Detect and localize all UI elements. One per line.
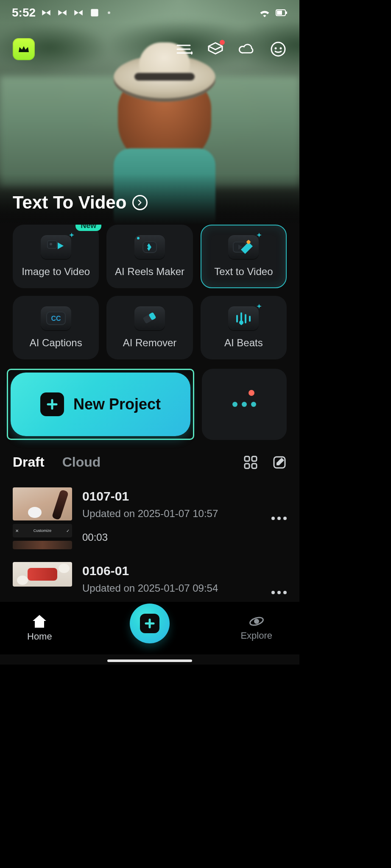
draft-subtitle: Updated on 2025-01-07 10:57 — [82, 508, 261, 520]
ai-reels-icon — [140, 240, 159, 254]
capcut-status-icon — [41, 7, 52, 18]
draft-thumbnail: ✕ Customize ✓ — [13, 487, 72, 549]
plus-icon — [140, 614, 159, 633]
svg-rect-31 — [252, 464, 257, 468]
sparkle-icon — [256, 304, 262, 310]
sparkle-icon — [69, 233, 75, 239]
battery-icon — [276, 9, 288, 16]
tools-grid: New Image to Video AI Reels Maker Text t… — [13, 225, 287, 359]
profile-icon[interactable] — [270, 41, 287, 58]
svg-text:CC: CC — [51, 315, 61, 322]
svg-point-36 — [254, 619, 259, 624]
hero-banner[interactable]: Text To Video — [0, 0, 299, 225]
svg-point-8 — [275, 47, 277, 50]
svg-point-7 — [271, 42, 285, 56]
tool-ai-reels-maker[interactable]: AI Reels Maker — [106, 225, 193, 288]
chevron-right-icon — [137, 200, 143, 206]
svg-point-9 — [280, 47, 282, 50]
tool-ai-captions[interactable]: CC AI Captions — [13, 296, 99, 359]
svg-rect-30 — [245, 464, 249, 468]
draft-title: 0107-01 — [82, 489, 261, 504]
tool-ai-beats[interactable]: AI Beats — [201, 296, 287, 359]
home-icon — [32, 614, 47, 629]
draft-thumbnail — [13, 562, 72, 587]
more-dots-icon — [232, 402, 256, 407]
status-bar: 5:52 — [0, 0, 299, 25]
draft-title: 0106-01 — [82, 564, 261, 578]
draft-more-button[interactable] — [271, 517, 287, 520]
capcut-status-icon — [73, 7, 84, 18]
text-to-video-icon — [232, 239, 255, 255]
create-fab[interactable] — [130, 604, 170, 643]
svg-point-25 — [239, 320, 243, 325]
new-project-label: New Project — [73, 395, 161, 413]
svg-rect-3 — [277, 11, 282, 15]
draft-item[interactable]: 0106-01 Updated on 2025-01-07 09:54 — [13, 562, 287, 594]
status-app-icon — [89, 7, 100, 18]
status-more-dot — [108, 11, 110, 14]
svg-marker-12 — [58, 242, 64, 249]
tool-label: AI Beats — [224, 337, 263, 349]
tool-label: Image to Video — [22, 266, 90, 278]
tool-image-to-video[interactable]: New Image to Video — [13, 225, 99, 288]
hero-go-button[interactable] — [132, 195, 148, 210]
tool-text-to-video[interactable]: Text to Video — [201, 225, 287, 288]
draft-item[interactable]: ✕ Customize ✓ 0107-01 Updated on 2025-01… — [13, 487, 287, 549]
tab-draft[interactable]: Draft — [13, 454, 45, 470]
explore-icon — [248, 615, 265, 628]
svg-rect-0 — [91, 9, 98, 16]
cloud-icon[interactable] — [238, 41, 255, 58]
eraser-icon — [140, 310, 160, 326]
draft-subtitle: Updated on 2025-01-07 09:54 — [82, 582, 261, 594]
plus-icon — [40, 392, 64, 416]
tool-ai-remover[interactable]: AI Remover — [106, 296, 193, 359]
beats-icon — [233, 311, 254, 326]
edit-icon[interactable] — [272, 455, 287, 470]
dot-accent — [137, 237, 140, 239]
tab-cloud[interactable]: Cloud — [62, 454, 101, 470]
more-tools-button[interactable] — [202, 369, 287, 440]
new-project-highlight: New Project — [7, 369, 194, 440]
svg-rect-10 — [47, 241, 57, 248]
captions-icon: CC — [44, 310, 68, 326]
nav-label: Home — [27, 631, 52, 642]
capcut-status-icon — [57, 7, 68, 18]
tool-label: AI Reels Maker — [115, 266, 184, 278]
drafts-list: ✕ Customize ✓ 0107-01 Updated on 2025-01… — [13, 487, 287, 594]
nav-explore[interactable]: Explore — [240, 615, 272, 641]
bottom-nav: Home Explore — [0, 602, 299, 654]
draft-more-button[interactable] — [271, 591, 287, 594]
grid-view-icon[interactable] — [243, 455, 258, 470]
new-project-button[interactable]: New Project — [11, 373, 190, 436]
inbox-icon[interactable] — [207, 41, 224, 58]
nav-home[interactable]: Home — [27, 614, 52, 642]
notification-dot — [220, 40, 225, 45]
draft-duration: 00:03 — [82, 531, 261, 543]
templates-icon[interactable] — [176, 41, 193, 58]
svg-rect-29 — [252, 456, 257, 461]
premium-badge[interactable] — [13, 38, 35, 60]
tool-label: AI Captions — [30, 337, 82, 349]
svg-rect-28 — [245, 456, 249, 461]
tool-label: AI Remover — [123, 337, 177, 349]
sparkle-icon — [256, 233, 262, 239]
status-time: 5:52 — [12, 6, 36, 19]
nav-label: Explore — [240, 630, 272, 641]
wifi-icon — [259, 8, 271, 17]
crown-icon — [18, 45, 30, 54]
svg-point-11 — [50, 243, 52, 245]
image-to-video-icon — [47, 240, 65, 254]
svg-rect-2 — [286, 11, 287, 14]
notification-dot — [249, 390, 254, 396]
home-indicator[interactable] — [107, 659, 192, 662]
hero-title: Text To Video — [13, 192, 126, 213]
tool-label: Text to Video — [214, 266, 273, 278]
